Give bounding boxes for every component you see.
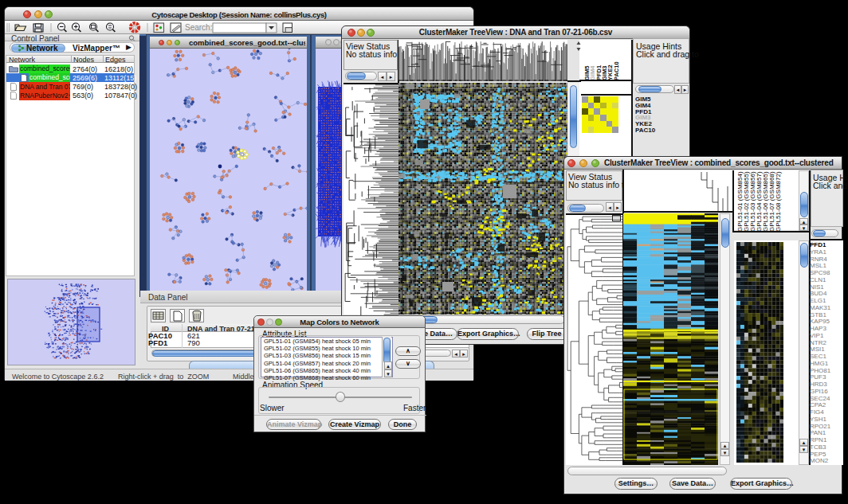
svg-text:Search:: Search:: [185, 23, 212, 32]
